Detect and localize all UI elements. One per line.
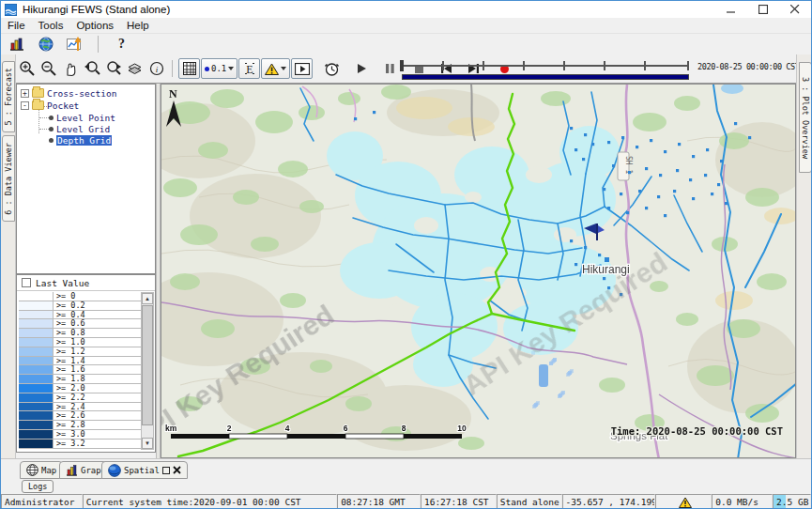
status-coordinates: -35.657 , 174.199 [562, 494, 656, 509]
status-memory-gauge: 2.5 GB [773, 494, 811, 509]
logs-button[interactable]: Logs [22, 480, 54, 493]
zoom-out-button[interactable] [38, 58, 59, 79]
scroll-up-icon[interactable]: ▲ [142, 293, 153, 304]
tree-item-depth-grid[interactable]: Depth Grid [49, 134, 112, 146]
status-system-time: Current system time:2020-09-01 00:00 CST [83, 494, 337, 509]
menu-tools[interactable]: Tools [38, 20, 64, 31]
time-slider-track[interactable] [402, 65, 689, 67]
legend-label: >= 3.2 [54, 440, 85, 448]
folder-icon [32, 100, 44, 110]
maximize-button[interactable] [747, 1, 779, 18]
warning-triangle-icon [265, 63, 279, 75]
legend-swatch [19, 375, 54, 383]
map-canvas[interactable]: SH 1 API Key Required API Key Required H… [161, 85, 796, 458]
zoom-previous-button[interactable] [81, 58, 102, 79]
zoom-in-icon [19, 60, 36, 77]
panel-close-icon[interactable] [173, 466, 181, 474]
label-e-icon: E [244, 62, 255, 75]
pause-button[interactable] [379, 58, 401, 79]
expand-icon[interactable]: + [21, 89, 29, 98]
folder-icon [32, 88, 44, 98]
menu-file[interactable]: File [8, 20, 25, 31]
status-user: Administrator [1, 494, 83, 509]
contour-threshold-dropdown[interactable]: 0.1 [201, 58, 237, 79]
layers-button[interactable] [124, 58, 146, 79]
menu-help[interactable]: Help [127, 20, 149, 31]
legend-label: >= 1.8 [54, 375, 85, 383]
legend-label: >= 0 [54, 292, 75, 301]
legend-label: >= 0.4 [54, 311, 85, 319]
question-mark-icon: ? [118, 37, 125, 52]
globe-wireframe-icon [26, 464, 38, 476]
threshold-value: 0.1 [211, 64, 226, 73]
tab-map[interactable]: Map [20, 461, 63, 479]
labels-toggle-button[interactable]: E [238, 58, 260, 79]
status-bar: Administrator Current system time:2020-0… [1, 494, 811, 509]
scroll-down-icon[interactable]: ▼ [142, 438, 153, 449]
time-slider-handle[interactable] [400, 60, 404, 71]
zoom-next-button[interactable] [102, 58, 124, 79]
tab-data-viewer[interactable]: 6 : Data Viewer [2, 135, 15, 222]
collapse-icon[interactable]: - [21, 101, 29, 110]
tree-guide [39, 117, 49, 118]
scrollbar-thumb[interactable] [142, 305, 153, 425]
chevron-down-icon [281, 67, 286, 70]
current-time-display: 2020-08-25 00:00:00 CST [697, 62, 800, 71]
tree-item-cross-section[interactable]: + Cross-section [21, 87, 116, 99]
bar-chart-icon [8, 37, 24, 52]
timeseries-display-button[interactable] [64, 34, 85, 54]
menu-bar: File Tools Options Help [1, 18, 811, 34]
close-button[interactable] [779, 1, 811, 18]
grid-display-button[interactable] [178, 58, 200, 79]
svg-text:4: 4 [285, 424, 290, 433]
explorer-charts-button[interactable] [6, 34, 27, 54]
zoom-previous-icon [84, 60, 100, 77]
legend-swatch [19, 421, 54, 429]
zoom-next-icon [105, 60, 122, 77]
tree-item-level-point[interactable]: Level Point [49, 112, 115, 123]
animation-timer-button[interactable] [321, 58, 343, 79]
pan-button[interactable] [59, 58, 81, 79]
legend-swatch [19, 319, 54, 328]
info-button[interactable]: i [146, 58, 167, 79]
tree-item-pocket[interactable]: - Pocket [21, 100, 79, 111]
movie-player-icon [295, 63, 310, 75]
svg-text:i: i [155, 65, 158, 74]
svg-text:E: E [246, 63, 253, 76]
panel-maximize-icon[interactable] [162, 467, 170, 474]
status-warning-cell[interactable] [655, 494, 712, 509]
tree-item-level-grid[interactable]: Level Grid [49, 123, 110, 134]
status-download-rate: 0.0 MB/s [712, 494, 773, 509]
legend-label: >= 1.0 [54, 338, 85, 347]
last-value-checkbox[interactable] [22, 278, 31, 287]
legend-label: >= 2.0 [54, 384, 85, 393]
legend-swatch [19, 301, 54, 310]
bar-chart-icon [66, 464, 78, 476]
time-slider[interactable] [400, 58, 693, 81]
legend-item[interactable]: >= 3.2 [19, 440, 141, 449]
map-view[interactable]: SH 1 API Key Required API Key Required H… [161, 84, 796, 458]
minimize-button[interactable] [715, 1, 747, 18]
menu-options[interactable]: Options [76, 20, 114, 31]
spatial-sphere-icon [108, 464, 121, 477]
tab-spatial[interactable]: Spatial [101, 461, 188, 479]
legend-swatch [19, 311, 54, 319]
main-toolbar: ? [1, 34, 811, 54]
tab-forecast[interactable]: 5 : Forecast [2, 61, 15, 132]
map-display-button[interactable] [35, 34, 56, 54]
logs-row: Logs [1, 480, 811, 494]
town-dot [605, 257, 609, 262]
warning-levels-dropdown[interactable] [261, 58, 290, 79]
svg-text:6: 6 [344, 424, 348, 433]
legend-label: >= 1.2 [54, 347, 85, 356]
legend-swatch [19, 347, 54, 356]
legend-scrollbar[interactable]: ▲ ▼ [141, 292, 154, 450]
animation-window-button[interactable] [291, 58, 313, 79]
tab-plot-overview[interactable]: 3 : Plot Overview [799, 62, 812, 173]
filter-tree-panel: + Cross-section - Pocket Level Point Lev… [16, 84, 156, 274]
play-button[interactable] [350, 58, 372, 79]
help-button[interactable]: ? [111, 34, 132, 54]
zoom-in-button[interactable] [16, 58, 38, 79]
timeseries-chart-icon [67, 37, 84, 52]
legend-swatch [19, 365, 54, 374]
